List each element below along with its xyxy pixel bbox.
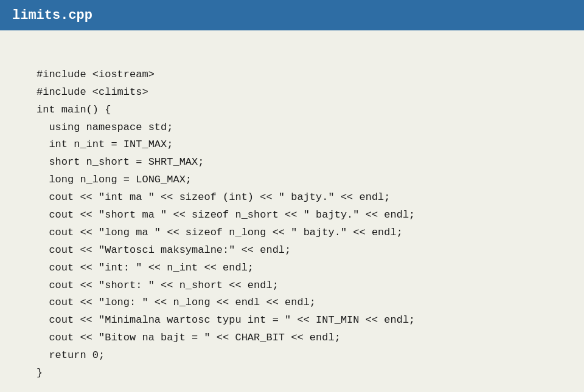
- code-line: cout << "short: " << n_short << endl;: [36, 277, 548, 295]
- code-line: #include <iostream>: [36, 66, 548, 84]
- code-line: using namespace std;: [36, 119, 548, 137]
- code-line: cout << "int: " << n_int << endl;: [36, 260, 548, 277]
- code-line: long n_long = LONG_MAX;: [36, 171, 548, 189]
- code-line: cout << "Minimalna wartosc typu int = " …: [36, 312, 548, 329]
- code-line: return 0;: [36, 347, 548, 365]
- code-block: #include <iostream>#include <climits>int…: [0, 30, 584, 392]
- code-line: cout << "Wartosci maksymalne:" << endl;: [36, 242, 548, 260]
- code-line: }: [36, 365, 548, 382]
- code-line: cout << "Bitow na bajt = " << CHAR_BIT <…: [36, 329, 548, 347]
- file-title: limits.cpp: [12, 8, 92, 23]
- code-line: int main() {: [36, 101, 548, 119]
- title-bar: limits.cpp: [0, 0, 584, 30]
- code-line: cout << "short ma " << sizeof n_short <<…: [36, 207, 548, 224]
- code-line: cout << "long ma " << sizeof n_long << "…: [36, 224, 548, 242]
- code-line: int n_int = INT_MAX;: [36, 136, 548, 154]
- code-line: cout << "int ma " << sizeof (int) << " b…: [36, 189, 548, 207]
- code-line: short n_short = SHRT_MAX;: [36, 154, 548, 171]
- code-line: #include <climits>: [36, 84, 548, 101]
- code-line: cout << "long: " << n_long << endl << en…: [36, 294, 548, 312]
